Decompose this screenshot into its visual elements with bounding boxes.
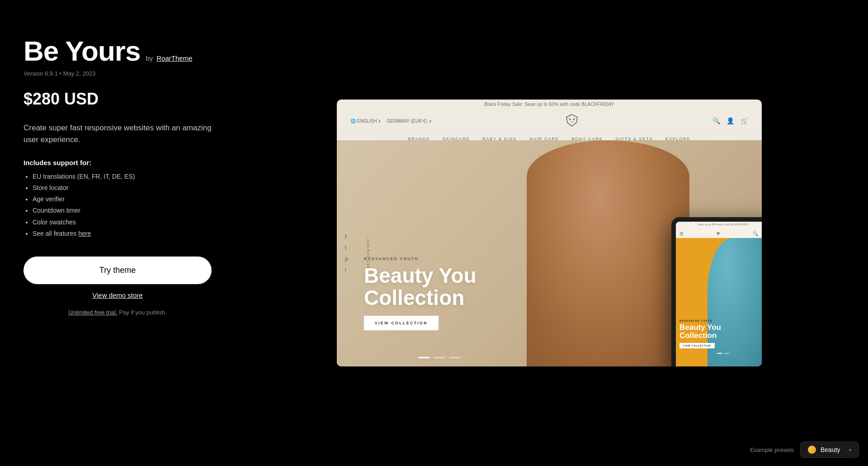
support-item: Store locator — [33, 182, 212, 194]
preview-wrapper: Black Friday Sale: Save up to 60% with c… — [337, 100, 762, 366]
mobile-slide-dots — [717, 353, 730, 354]
support-list: EU translations (EN, FR, IT, DE, ES) Sto… — [24, 171, 212, 239]
preset-color-dot — [808, 446, 816, 454]
dot-1 — [418, 357, 430, 358]
mobile-logo[interactable]: ♥ — [714, 230, 722, 237]
mobile-hero-sub: RADVANCED YOUTH — [679, 319, 721, 322]
try-theme-button[interactable]: Try theme — [24, 257, 212, 284]
user-icon[interactable]: 👤 — [726, 117, 734, 124]
mobile-view-btn[interactable]: VIEW COLLECTION — [679, 343, 715, 348]
trial-info: Unlimited free trial. Pay if you publish… — [24, 309, 212, 316]
preset-name: Beauty — [821, 446, 844, 453]
version-number: Version 6.9.1 — [24, 70, 58, 77]
nav-logo[interactable] — [564, 113, 580, 129]
dot-3 — [449, 357, 461, 358]
announcement-text: Black Friday Sale: Save up to 60% with c… — [485, 102, 614, 107]
unlimited-trial-text[interactable]: Unlimited free trial. — [68, 309, 117, 316]
preview-frame: Black Friday Sale: Save up to 60% with c… — [337, 100, 762, 366]
mobile-hero-bg: RADVANCED YOUTH Beauty You Collection VI… — [676, 238, 762, 366]
author-section: by RoarTheme — [146, 54, 192, 62]
hero-text-block: RADVANCED YOUTH Beauty You Collection VI… — [364, 257, 476, 330]
mobile-mockup: Save up to 60% with code BLACKFRIDAY ☰ ♥… — [671, 217, 762, 366]
mobile-title-l1: Beauty You — [679, 323, 721, 332]
support-title: Includes support for: — [24, 159, 212, 166]
announcement-bar: Black Friday Sale: Save up to 60% with c… — [337, 100, 762, 109]
hero-title: Beauty You Collection — [364, 265, 476, 309]
left-panel: Be Yours by RoarTheme Version 6.9.1 • Ma… — [0, 0, 235, 466]
cart-icon[interactable]: 🛒 — [741, 117, 748, 124]
nav-container: 🌐 ENGLISH ∨ GERMANY (EUR €) ∨ — [337, 109, 762, 133]
by-text: by — [146, 54, 153, 62]
support-item: Color swatches — [33, 217, 212, 228]
mobile-inner: Save up to 60% with code BLACKFRIDAY ☰ ♥… — [676, 222, 762, 366]
hero-person-image — [527, 140, 689, 366]
svg-point-1 — [573, 119, 575, 120]
hero-subtitle: RADVANCED YOUTH — [364, 257, 476, 261]
here-link[interactable]: here — [78, 230, 91, 237]
dot-2 — [434, 357, 445, 358]
separator: • — [60, 70, 63, 77]
pinterest-icon[interactable]: p — [345, 256, 348, 262]
description: Create super fast responsive websites wi… — [24, 122, 212, 146]
mobile-title-l2: Collection — [679, 331, 717, 340]
mobile-dot-1 — [717, 353, 722, 354]
support-item-last: See all features here — [33, 228, 212, 239]
view-demo-link[interactable]: View demo store — [24, 291, 212, 299]
hero-title-line1: Beauty You — [364, 264, 476, 287]
presets-bar: Example presets Beauty ▾ — [750, 442, 859, 458]
support-section: Includes support for: EU translations (E… — [24, 159, 212, 239]
twitter-icon[interactable]: t — [345, 245, 348, 251]
hero-title-line2: Collection — [364, 286, 464, 309]
slide-dots — [418, 357, 461, 358]
version-info: Version 6.9.1 • May 2, 2023 — [24, 70, 212, 77]
facebook-icon[interactable]: f — [345, 234, 348, 240]
hero-scene: f t p i GET 20% OFF RADVANCED YOUTH Beau… — [337, 140, 762, 366]
price: $280 USD — [24, 90, 212, 109]
theme-name: Be Yours — [24, 36, 140, 66]
right-panel: Black Friday Sale: Save up to 60% with c… — [235, 0, 868, 466]
theme-title-row: Be Yours by RoarTheme — [24, 36, 212, 66]
pay-if-publish-text: Pay if you publish. — [119, 309, 167, 316]
chevron-down-icon: ▾ — [849, 447, 851, 452]
release-date: May 2, 2023 — [63, 70, 96, 77]
instagram-icon[interactable]: i — [345, 267, 348, 272]
mobile-menu-icon[interactable]: ☰ — [679, 231, 684, 236]
nav-lang: 🌐 ENGLISH ∨ GERMANY (EUR €) ∨ — [350, 119, 432, 124]
support-item: EU translations (EN, FR, IT, DE, ES) — [33, 171, 212, 182]
mobile-hero-title: Beauty You Collection — [679, 323, 721, 340]
mobile-hero-text: RADVANCED YOUTH Beauty You Collection VI… — [679, 319, 721, 348]
social-sidebar: f t p i — [345, 234, 348, 272]
presets-label: Example presets — [750, 447, 794, 453]
search-icon[interactable]: 🔍 — [712, 117, 720, 124]
nav-actions: 🔍 👤 🛒 — [712, 117, 748, 124]
lang-selector[interactable]: 🌐 ENGLISH ∨ — [350, 119, 381, 124]
support-item: Countdown timer — [33, 205, 212, 216]
author-link[interactable]: RoarTheme — [156, 54, 192, 62]
mobile-announcement: Save up to 60% with code BLACKFRIDAY — [676, 222, 762, 227]
mobile-search-icon[interactable]: 🔍 — [753, 231, 758, 236]
currency-selector[interactable]: GERMANY (EUR €) ∨ — [387, 119, 431, 124]
view-collection-button[interactable]: VIEW COLLECTION — [364, 316, 439, 330]
mobile-dot-2 — [724, 353, 730, 354]
presets-dropdown[interactable]: Beauty ▾ — [800, 442, 859, 458]
brand-logo-icon — [564, 113, 580, 129]
svg-point-0 — [570, 119, 571, 120]
support-item: Age verifier — [33, 194, 212, 205]
mobile-nav-icons: 🔍 🛒 — [753, 231, 762, 236]
